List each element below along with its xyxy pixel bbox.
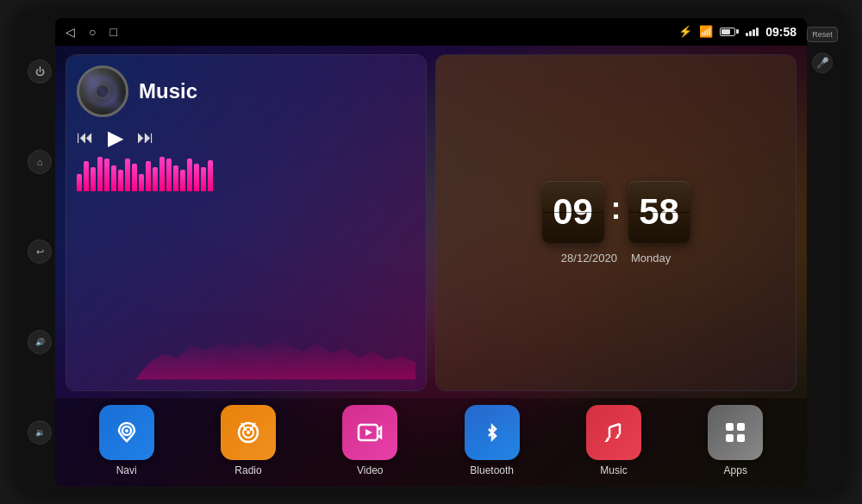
status-icons: ⚡ 📶 09:58 — [678, 25, 796, 39]
eq-bar-12 — [159, 157, 165, 191]
rewind-button[interactable]: ⏮ — [77, 128, 94, 147]
left-side-controls: ⏻ ⌂ ↩ 🔊 🔉 — [24, 18, 55, 487]
eq-bar-13 — [166, 159, 172, 191]
clock-widget: 09 : 58 28/12/2020 Monday — [435, 54, 796, 391]
album-art — [77, 65, 128, 117]
app-label-video: Video — [357, 464, 383, 476]
eq-bar-17 — [194, 164, 199, 191]
eq-bar-0 — [77, 174, 82, 191]
forward-button[interactable]: ⏭ — [137, 128, 154, 147]
status-time: 09:58 — [765, 25, 796, 39]
home-nav-button[interactable]: ○ — [89, 25, 96, 39]
play-button[interactable]: ▶ — [108, 126, 123, 150]
vol-down-button[interactable]: 🔉 — [28, 420, 52, 445]
eq-bar-16 — [187, 159, 192, 191]
eq-bar-6 — [118, 170, 123, 191]
mic-button[interactable]: 🎤 — [812, 53, 833, 73]
right-side-controls: Reset 🎤 — [807, 18, 838, 487]
nav-buttons: ◁ ○ □ — [66, 25, 117, 39]
eq-bar-4 — [104, 159, 109, 191]
eq-bar-5 — [111, 165, 116, 191]
app-icon-video — [342, 405, 397, 460]
home-button[interactable]: ⌂ — [28, 150, 52, 174]
svg-rect-15 — [737, 434, 745, 442]
clock-minutes: 58 — [628, 181, 690, 243]
svg-point-1 — [125, 429, 128, 432]
app-label-radio: Radio — [234, 464, 261, 476]
reset-button[interactable]: Reset — [807, 27, 838, 42]
eq-bar-9 — [139, 174, 144, 191]
clock-separator: : — [611, 190, 622, 227]
music-top: Music — [77, 65, 415, 117]
recent-nav-button[interactable]: □ — [109, 25, 116, 39]
app-label-apps: Apps — [724, 464, 747, 476]
music-title: Music — [139, 79, 197, 103]
clock-hours: 09 — [542, 181, 604, 243]
svg-line-11 — [609, 424, 620, 427]
svg-point-4 — [247, 431, 250, 434]
bluetooth-status-icon: ⚡ — [678, 25, 692, 38]
eq-bar-18 — [201, 167, 206, 191]
music-controls: ⏮ ▶ ⏭ — [77, 126, 415, 150]
screen-content: Music ⏮ ▶ ⏭ 09 : 58 — [55, 46, 807, 487]
app-icon-radio — [221, 405, 276, 460]
skyline-decoration — [135, 337, 415, 380]
svg-rect-12 — [726, 423, 734, 431]
car-head-unit: ⏻ ⌂ ↩ 🔊 🔉 ◁ ○ □ ⚡ 📶 — [17, 11, 845, 494]
app-item-bluetooth[interactable]: Bluetooth — [465, 405, 520, 476]
back-button[interactable]: ↩ — [28, 240, 52, 264]
wifi-status-icon: 📶 — [699, 25, 713, 38]
vol-up-button[interactable]: 🔊 — [28, 330, 52, 354]
app-label-navi: Navi — [116, 464, 137, 476]
eq-bar-11 — [153, 167, 158, 191]
app-item-music[interactable]: Music — [586, 405, 641, 476]
eq-bar-15 — [180, 170, 185, 191]
eq-bar-8 — [132, 164, 137, 191]
app-icon-navi — [99, 405, 154, 460]
eq-bar-19 — [208, 160, 213, 191]
eq-bar-1 — [84, 161, 89, 191]
app-item-apps[interactable]: Apps — [708, 405, 763, 476]
status-bar: ◁ ○ □ ⚡ 📶 09:58 — [55, 18, 807, 46]
battery-icon — [720, 28, 739, 36]
music-widget[interactable]: Music ⏮ ▶ ⏭ — [66, 54, 427, 391]
eq-bar-7 — [125, 159, 130, 191]
app-icon-apps — [708, 405, 763, 460]
signal-bars — [746, 28, 759, 36]
widgets-row: Music ⏮ ▶ ⏭ 09 : 58 — [55, 46, 807, 398]
eq-bar-14 — [173, 165, 178, 191]
main-screen: ◁ ○ □ ⚡ 📶 09:58 — [55, 18, 807, 487]
app-item-video[interactable]: Video — [342, 405, 397, 476]
eq-bar-2 — [91, 167, 96, 191]
app-item-radio[interactable]: Radio — [221, 405, 276, 476]
clock-date: 28/12/2020 Monday — [561, 252, 671, 264]
equalizer — [77, 157, 415, 191]
svg-rect-14 — [726, 434, 734, 442]
app-icon-bluetooth — [465, 405, 520, 460]
app-label-bluetooth: Bluetooth — [470, 464, 514, 476]
svg-rect-13 — [737, 423, 745, 431]
app-icon-music — [586, 405, 641, 460]
svg-marker-8 — [365, 429, 372, 436]
app-label-music: Music — [600, 464, 627, 476]
eq-bar-10 — [146, 161, 151, 191]
apps-row: NaviRadioVideoBluetoothMusicApps — [55, 398, 807, 487]
clock-date-value: 28/12/2020 — [561, 252, 617, 264]
clock-day-value: Monday — [631, 252, 671, 264]
power-button[interactable]: ⏻ — [28, 59, 52, 84]
eq-bar-3 — [97, 157, 103, 191]
flip-clock: 09 : 58 — [542, 181, 690, 243]
back-nav-button[interactable]: ◁ — [66, 25, 75, 39]
app-item-navi[interactable]: Navi — [99, 405, 154, 476]
